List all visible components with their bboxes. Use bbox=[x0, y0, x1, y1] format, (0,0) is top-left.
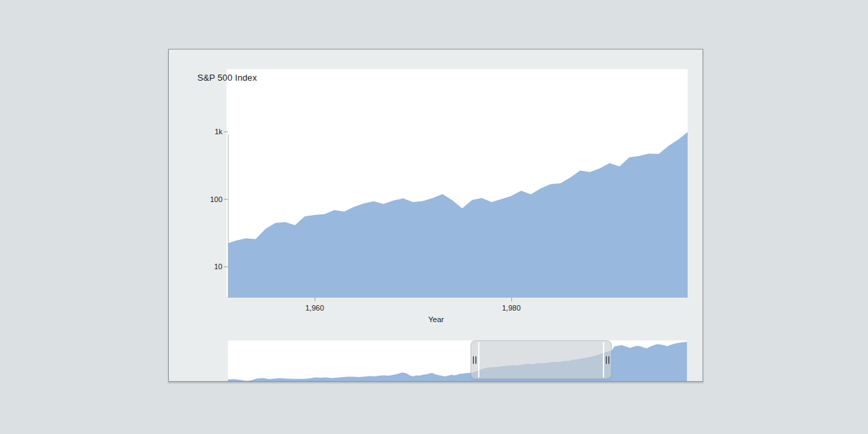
grip-icon bbox=[606, 356, 610, 363]
grip-icon bbox=[473, 356, 476, 363]
y-axis-tick-label-1k: 1k bbox=[189, 127, 222, 136]
chart-title: S&P 500 Index bbox=[197, 73, 257, 83]
chart-canvas bbox=[169, 50, 703, 382]
detail-area-chart bbox=[226, 132, 688, 297]
page-background: S&P 500 Index 1k 100 10 1,960 1,980 Year bbox=[0, 0, 868, 434]
brush-handle-right[interactable] bbox=[604, 340, 612, 379]
y-axis-tick-label-100: 100 bbox=[189, 195, 222, 204]
brush-handle-left[interactable] bbox=[471, 340, 478, 379]
overview-area-chart[interactable] bbox=[228, 342, 687, 382]
chart-panel: S&P 500 Index 1k 100 10 1,960 1,980 Year bbox=[168, 49, 703, 382]
x-axis-title: Year bbox=[416, 315, 456, 324]
brush-selection[interactable] bbox=[471, 340, 612, 379]
x-axis-tick-label-1960: 1,960 bbox=[294, 303, 335, 313]
x-axis-tick-label-1980: 1,980 bbox=[491, 303, 532, 313]
y-axis-tick-label-10: 10 bbox=[189, 262, 222, 271]
